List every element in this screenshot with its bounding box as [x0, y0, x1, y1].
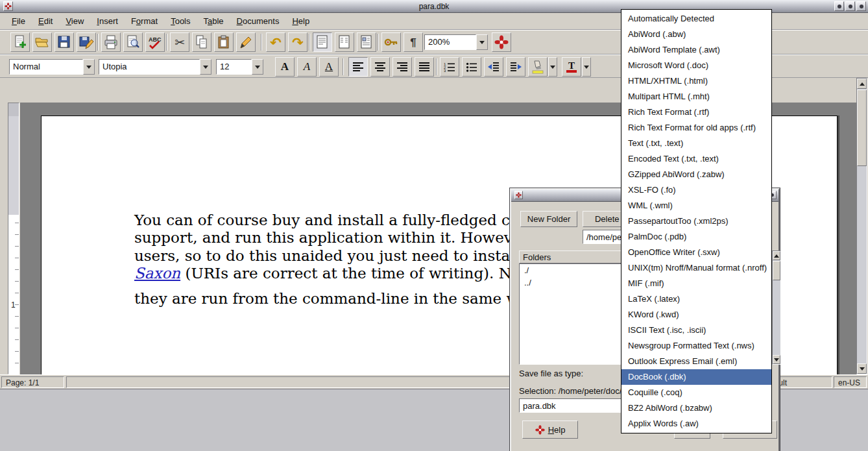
font-size-value[interactable]: 12 — [216, 59, 252, 75]
file-type-option[interactable]: XSL-FO (.fo) — [621, 182, 771, 198]
file-type-option[interactable]: Coquille (.coq) — [621, 385, 771, 400]
file-type-option[interactable]: ISCII Text (.isc, .iscii) — [621, 323, 771, 338]
paste-button[interactable] — [214, 32, 234, 52]
align-left-button[interactable] — [348, 57, 368, 77]
bullet-list-button[interactable] — [462, 57, 481, 77]
scroll-down-button[interactable] — [857, 363, 867, 374]
file-type-option[interactable]: Microsoft Word (.doc) — [621, 58, 771, 73]
file-type-option[interactable]: Applix Words (.aw) — [621, 416, 771, 432]
file-type-option[interactable]: Newsgroup Formatted Text (.nws) — [621, 338, 771, 354]
file-type-option[interactable]: Multipart HTML (.mht) — [621, 89, 771, 104]
view-print-layout-button[interactable] — [313, 32, 332, 52]
document-text-line[interactable]: You can of course buy and install a full… — [134, 212, 547, 228]
file-type-option[interactable]: KWord (.kwd) — [621, 307, 771, 323]
document-text-line[interactable]: users, so to do this unaided you just ne… — [134, 247, 543, 264]
file-type-option[interactable]: PassepartoutToo (.xml2ps) — [621, 213, 771, 229]
file-type-option[interactable]: PalmDoc (.pdb) — [621, 229, 771, 245]
zoom-value[interactable]: 200% — [424, 34, 476, 50]
folders-list[interactable]: ./ ../ — [519, 263, 623, 365]
print-preview-button[interactable] — [123, 32, 143, 52]
view-web-layout-button[interactable] — [357, 32, 376, 52]
font-color-button[interactable]: T — [562, 57, 581, 77]
scroll-up-button[interactable] — [857, 79, 867, 89]
file-type-option[interactable]: BZ2 AbiWord (.bzabw) — [621, 400, 771, 416]
highlight-color-dropdown[interactable] — [548, 57, 557, 77]
files-scroll-down-button[interactable] — [773, 355, 780, 364]
folder-list-item[interactable]: ../ — [520, 276, 622, 289]
zoom-combo[interactable]: 200% — [424, 34, 488, 50]
window-minimize-button[interactable] — [834, 1, 844, 11]
zoom-dropdown-button[interactable] — [476, 34, 488, 50]
menu-insert[interactable]: Insert — [90, 14, 125, 29]
menu-edit[interactable]: Edit — [32, 14, 59, 29]
files-scroll-up-button[interactable] — [773, 251, 780, 260]
file-type-option[interactable]: OpenOffice Writer (.sxw) — [621, 245, 771, 260]
font-combo[interactable]: Utopia — [99, 59, 211, 75]
font-value[interactable]: Utopia — [99, 59, 200, 75]
folder-list-item[interactable]: ./ — [520, 264, 622, 276]
view-normal-layout-button[interactable] — [335, 32, 354, 52]
files-list-scrollbar[interactable] — [772, 250, 781, 365]
new-document-button[interactable] — [10, 32, 30, 52]
font-size-dropdown-button[interactable] — [252, 59, 263, 75]
file-type-option[interactable]: LaTeX (.latex) — [621, 291, 771, 307]
document-text-line[interactable]: support, and run this application within… — [134, 229, 531, 246]
file-type-option[interactable]: WML (.wml) — [621, 198, 771, 213]
menu-help[interactable]: Help — [285, 14, 316, 29]
align-center-button[interactable] — [370, 57, 390, 77]
help-button[interactable] — [492, 32, 511, 52]
spellcheck-button[interactable]: ABC — [145, 32, 165, 52]
copy-button[interactable] — [192, 32, 211, 52]
dialog-window-menu-button[interactable] — [514, 191, 523, 199]
font-dropdown-button[interactable] — [200, 59, 211, 75]
document-text-line[interactable]: they are run from the command-line in th… — [134, 290, 536, 307]
numbered-list-button[interactable]: 123 — [440, 57, 459, 77]
increase-indent-button[interactable] — [506, 57, 525, 77]
file-type-option[interactable]: Text (.txt, .text) — [621, 136, 771, 151]
document-text-line[interactable]: Saxon (URIs are correct at the time of w… — [134, 265, 549, 282]
menu-tools[interactable]: Tools — [164, 14, 197, 29]
save-button[interactable] — [54, 32, 74, 52]
window-close-button[interactable] — [856, 1, 866, 11]
file-type-option[interactable]: GZipped AbiWord (.zabw) — [621, 167, 771, 182]
file-type-option[interactable]: Rich Text Format (.rtf) — [621, 104, 771, 120]
cut-button[interactable]: ✂ — [170, 32, 189, 52]
italic-button[interactable]: A — [297, 57, 317, 77]
file-type-option[interactable]: AbiWord Template (.awt) — [621, 42, 771, 58]
open-button[interactable] — [32, 32, 52, 52]
folders-column-header[interactable]: Folders — [519, 250, 623, 263]
bold-button[interactable]: A — [275, 57, 295, 77]
scrollbar-thumb[interactable] — [857, 90, 867, 166]
save-as-button[interactable] — [77, 32, 96, 52]
file-type-option[interactable]: AbiWord (.abw) — [621, 27, 771, 42]
menu-format[interactable]: Format — [125, 14, 164, 29]
format-painter-button[interactable] — [236, 32, 256, 52]
vertical-scrollbar[interactable] — [856, 78, 867, 374]
menu-file[interactable]: File — [5, 14, 32, 29]
font-size-combo[interactable]: 12 — [216, 59, 263, 75]
file-type-option[interactable]: Encoded Text (.txt, .text) — [621, 151, 771, 167]
align-right-button[interactable] — [392, 57, 412, 77]
menu-table[interactable]: Table — [197, 14, 230, 29]
undo-button[interactable]: ↶ — [266, 32, 285, 52]
files-scrollbar-thumb[interactable] — [773, 261, 780, 280]
highlight-color-button[interactable] — [528, 57, 548, 77]
align-justify-button[interactable] — [415, 57, 434, 77]
print-button[interactable] — [101, 32, 121, 52]
menu-view[interactable]: View — [59, 14, 90, 29]
underline-button[interactable]: A — [319, 57, 339, 77]
decrease-indent-button[interactable] — [484, 57, 503, 77]
file-type-option[interactable]: UNIX(tm) Nroff/Manual format (.nroff) — [621, 260, 771, 276]
font-color-dropdown[interactable] — [582, 57, 591, 77]
new-folder-button[interactable]: New Folder — [520, 211, 577, 227]
menu-documents[interactable]: Documents — [230, 14, 286, 29]
insert-hyperlink-button[interactable] — [381, 32, 401, 52]
dialog-help-button[interactable]: Help — [522, 421, 578, 439]
file-type-option[interactable]: MIF (.mif) — [621, 276, 771, 291]
file-type-option[interactable]: Rich Text Format for old apps (.rtf) — [621, 120, 771, 136]
file-type-option[interactable]: Automatically Detected — [621, 11, 771, 27]
saxon-hyperlink[interactable]: Saxon — [134, 265, 180, 282]
style-value[interactable]: Normal — [9, 59, 83, 75]
show-formatting-marks-button[interactable]: ¶ — [404, 32, 423, 52]
file-type-option-selected[interactable]: DocBook (.dbk) — [621, 369, 771, 385]
